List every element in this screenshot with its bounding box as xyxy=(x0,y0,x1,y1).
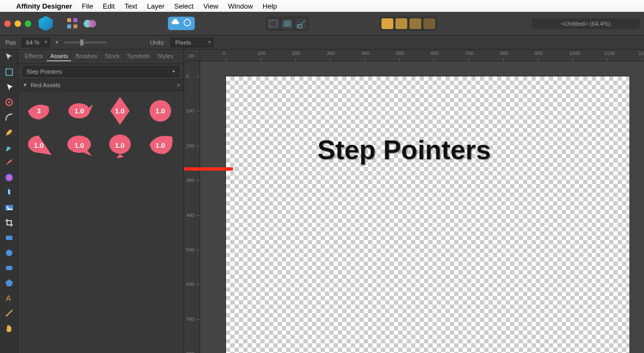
ellipse-tool[interactable] xyxy=(4,248,15,258)
tool-name-label: Pan xyxy=(5,39,16,46)
zoom-field[interactable]: 64 % xyxy=(22,38,50,47)
asset-item[interactable]: 1.0 xyxy=(104,132,136,159)
annotation-arrow-icon xyxy=(184,158,234,180)
menu-select[interactable]: Select xyxy=(174,2,194,10)
menu-layer[interactable]: Layer xyxy=(147,2,165,10)
tab-brushes[interactable]: Brushes xyxy=(72,52,100,61)
rectangle-tool[interactable] xyxy=(4,232,15,243)
menu-window[interactable]: Window xyxy=(228,2,253,10)
artboard[interactable]: Step Pointers xyxy=(226,76,629,353)
tab-assets[interactable]: Assets xyxy=(47,52,71,61)
vertical-ruler: 0100200300400500600700800 xyxy=(184,61,200,353)
hand-tool[interactable] xyxy=(4,323,15,334)
transparency-tool[interactable] xyxy=(4,187,15,198)
select-mode-a-icon[interactable] xyxy=(267,18,279,29)
persona-draw-icon[interactable] xyxy=(66,17,80,31)
arrange-forward-icon[interactable] xyxy=(395,18,407,29)
menu-view[interactable]: View xyxy=(203,2,218,10)
asset-item[interactable]: 1.0 xyxy=(104,97,136,124)
lasso-tool[interactable] xyxy=(4,97,15,108)
app-name[interactable]: Affinity Designer xyxy=(16,2,72,10)
pen-tool[interactable] xyxy=(4,127,15,138)
move-tool[interactable] xyxy=(4,52,15,62)
svg-point-6 xyxy=(184,19,190,26)
canvas-area[interactable]: px 0100200300400500600700800900100011001… xyxy=(184,50,644,353)
crop-tool[interactable] xyxy=(4,217,15,228)
asset-category-row: Step Pointers xyxy=(18,64,183,80)
artboard-tool[interactable] xyxy=(4,67,15,77)
svg-point-13 xyxy=(5,174,13,181)
mac-menubar: Affinity Designer File Edit Text Layer S… xyxy=(0,0,644,12)
svg-point-16 xyxy=(6,207,8,208)
select-mode-c-icon[interactable] xyxy=(295,18,307,29)
svg-rect-10 xyxy=(6,69,12,75)
disclosure-triangle-icon: ▼ xyxy=(23,82,27,88)
asset-section-header[interactable]: ▼ Red Assets ≡ xyxy=(18,80,183,91)
asset-item[interactable]: 1.0 xyxy=(63,97,95,124)
zoom-dropdown-icon[interactable]: ▾ xyxy=(55,39,59,46)
asset-item[interactable]: 1.0 xyxy=(63,132,95,159)
vector-brush-tool[interactable] xyxy=(4,157,15,168)
corner-tool[interactable] xyxy=(4,112,15,123)
tab-stock[interactable]: Stock xyxy=(102,52,123,61)
fill-tool[interactable] xyxy=(4,172,15,183)
svg-rect-8 xyxy=(284,20,291,27)
select-mode-b-icon[interactable] xyxy=(281,18,293,29)
app-toolbar: <Untitled> (64.4%) xyxy=(0,12,644,36)
assets-grid: 3 1.0 1.0 1.0 1.0 1.0 xyxy=(18,91,183,165)
selection-mode-group xyxy=(266,17,309,31)
zoom-slider[interactable] xyxy=(64,41,107,44)
menu-file[interactable]: File xyxy=(82,2,93,10)
panel-tabs: Effects Assets Brushes Stock Symbols Sty… xyxy=(18,50,183,64)
cloud-upload-icon[interactable] xyxy=(171,19,180,28)
asset-section-name: Red Assets xyxy=(31,82,61,88)
arrange-back-icon[interactable] xyxy=(423,18,435,29)
menu-help[interactable]: Help xyxy=(263,2,277,10)
svg-line-21 xyxy=(6,310,12,316)
asset-category-select[interactable]: Step Pointers xyxy=(23,66,179,77)
arrange-front-icon[interactable] xyxy=(381,18,393,29)
menu-edit[interactable]: Edit xyxy=(103,2,115,10)
affinity-logo-icon xyxy=(39,17,53,31)
annotation-text: Step Pointers xyxy=(317,135,491,166)
minimize-window-button[interactable] xyxy=(15,20,21,27)
share-icon[interactable] xyxy=(183,19,192,28)
tab-symbols[interactable]: Symbols xyxy=(124,52,153,61)
svg-point-14 xyxy=(6,194,12,196)
svg-rect-19 xyxy=(6,266,12,270)
tab-styles[interactable]: Styles xyxy=(154,52,177,61)
line-tool[interactable] xyxy=(4,308,15,319)
svg-rect-2 xyxy=(67,24,71,28)
units-select[interactable]: Pixels xyxy=(171,38,214,47)
document-title: <Untitled> (64.4%) xyxy=(532,18,640,29)
fullscreen-window-button[interactable] xyxy=(25,20,31,27)
svg-rect-0 xyxy=(67,18,71,22)
svg-text:A: A xyxy=(6,294,11,302)
text-tool[interactable]: A xyxy=(4,293,15,303)
place-image-tool[interactable] xyxy=(4,202,15,213)
close-window-button[interactable] xyxy=(4,20,11,27)
asset-item[interactable]: 3 xyxy=(23,97,55,124)
menu-text[interactable]: Text xyxy=(124,2,137,10)
rounded-rect-tool[interactable] xyxy=(4,263,15,273)
studio-panel: Effects Assets Brushes Stock Symbols Sty… xyxy=(18,50,184,353)
tab-effects[interactable]: Effects xyxy=(22,52,46,61)
asset-item[interactable]: 1.0 xyxy=(144,132,176,159)
svg-rect-1 xyxy=(73,18,77,22)
persona-pixel-icon[interactable] xyxy=(83,17,97,31)
section-menu-icon[interactable]: ≡ xyxy=(177,82,179,88)
pencil-tool[interactable] xyxy=(4,142,15,153)
svg-point-5 xyxy=(88,19,96,27)
ruler-corner: px xyxy=(184,50,200,61)
asset-item[interactable]: 1.0 xyxy=(23,132,55,159)
polygon-tool[interactable] xyxy=(4,278,15,288)
asset-item[interactable]: 1.0 xyxy=(144,97,176,124)
node-tool[interactable] xyxy=(4,82,15,93)
window-controls xyxy=(4,20,31,27)
sync-group xyxy=(168,17,195,30)
svg-point-18 xyxy=(6,250,12,256)
horizontal-ruler: 0100200300400500600700800900100011001200 xyxy=(200,50,644,61)
svg-rect-3 xyxy=(73,24,77,28)
svg-rect-7 xyxy=(270,20,277,27)
arrange-backward-icon[interactable] xyxy=(409,18,421,29)
